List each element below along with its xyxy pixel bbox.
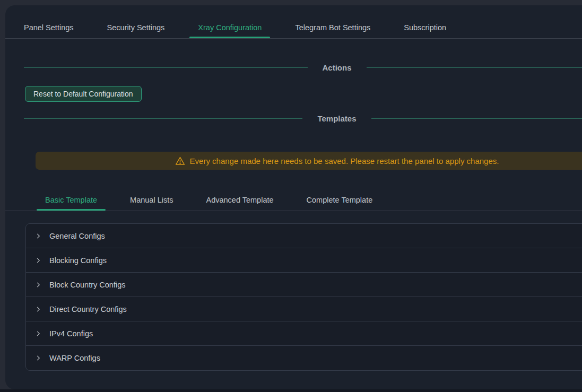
- chevron-right-icon: [35, 355, 41, 361]
- tab-panel-settings[interactable]: Panel Settings: [15, 22, 82, 38]
- collapse-general-configs[interactable]: General Configs: [26, 224, 582, 248]
- actions-section-title: Actions: [323, 63, 352, 72]
- collapse-item-label: Blocking Configs: [49, 256, 107, 265]
- divider-line: [371, 118, 582, 119]
- divider-line: [367, 67, 582, 68]
- collapse-blocking-configs[interactable]: Blocking Configs: [26, 248, 582, 273]
- tab-telegram-bot-settings[interactable]: Telegram Bot Settings: [286, 22, 379, 38]
- tab-advanced-template[interactable]: Advanced Template: [197, 195, 282, 211]
- window-bottom-edge: [0, 389, 582, 392]
- collapse-item-label: Block Country Configs: [49, 281, 125, 289]
- reset-default-config-button[interactable]: Reset to Default Configuration: [25, 86, 142, 102]
- collapse-warp-configs[interactable]: WARP Configs: [26, 346, 582, 370]
- collapse-item-label: IPv4 Configs: [49, 329, 93, 338]
- chevron-right-icon: [35, 233, 41, 239]
- templates-divider: Templates: [24, 112, 582, 125]
- collapse-block-country-configs[interactable]: Block Country Configs: [26, 273, 582, 297]
- divider-line: [24, 118, 302, 119]
- collapse-item-label: Direct Country Configs: [49, 305, 127, 313]
- collapse-item-label: WARP Configs: [49, 354, 100, 362]
- template-tabbar: Basic Template Manual Lists Advanced Tem…: [5, 189, 582, 211]
- tab-xray-configuration[interactable]: Xray Configuration: [189, 22, 270, 38]
- tab-manual-lists[interactable]: Manual Lists: [121, 195, 181, 211]
- actions-divider: Actions: [24, 61, 582, 74]
- collapse-direct-country-configs[interactable]: Direct Country Configs: [26, 297, 582, 321]
- collapse-item-label: General Configs: [49, 232, 105, 240]
- chevron-right-icon: [35, 306, 41, 312]
- actions-row: Reset to Default Configuration: [5, 86, 582, 102]
- warning-triangle-icon: [175, 156, 185, 166]
- main-tabbar: Panel Settings Security Settings Xray Co…: [5, 5, 582, 39]
- chevron-right-icon: [35, 330, 41, 337]
- settings-card: Panel Settings Security Settings Xray Co…: [5, 5, 582, 389]
- tab-basic-template[interactable]: Basic Template: [37, 195, 106, 211]
- tab-subscription[interactable]: Subscription: [395, 22, 455, 38]
- template-collapse: General Configs Blocking Configs Block C…: [25, 223, 582, 371]
- chevron-right-icon: [35, 257, 41, 264]
- warning-message: Every change made here needs to be saved…: [190, 156, 499, 165]
- collapse-ipv4-configs[interactable]: IPv4 Configs: [26, 321, 582, 346]
- warning-alert: Every change made here needs to be saved…: [36, 152, 582, 170]
- divider-line: [24, 67, 308, 68]
- templates-section-title: Templates: [317, 114, 356, 123]
- tab-complete-template[interactable]: Complete Template: [298, 195, 381, 211]
- chevron-right-icon: [35, 282, 41, 288]
- tab-security-settings[interactable]: Security Settings: [99, 22, 173, 38]
